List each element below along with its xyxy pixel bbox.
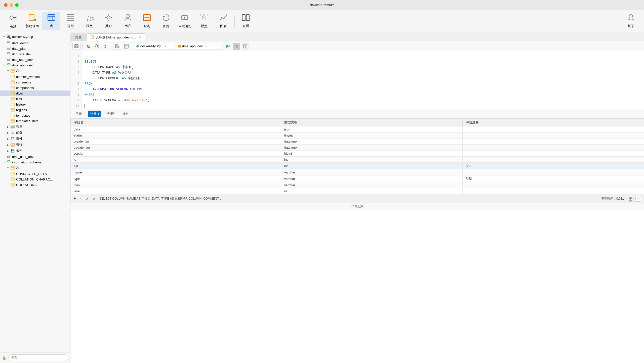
confirm-button[interactable]: ✓ xyxy=(86,197,89,201)
col-header-field[interactable]: 字段名 xyxy=(71,119,281,126)
col-header-comment[interactable]: 字段注释 xyxy=(462,119,644,126)
toolbar-function[interactable]: ƒ(x) 函数 xyxy=(80,12,99,30)
tab-query-label: 无标题@dms_app_dev (d... xyxy=(96,35,136,40)
sidebar-item-regions[interactable]: regions xyxy=(0,107,70,113)
query-group-icon xyxy=(10,143,15,147)
toolbar-user[interactable]: 用户 xyxy=(119,12,137,30)
sidebar-item-dicts[interactable]: dicts xyxy=(0,90,70,96)
toolbar-connect[interactable]: 连接 xyxy=(4,12,22,30)
qt-separator-1 xyxy=(83,43,83,49)
expand-arrow-docker-mysql[interactable]: ▼ xyxy=(2,35,6,38)
sidebar-item-backup-group[interactable]: ▶ 💾 备份 xyxy=(0,148,70,154)
sidebar-item-docker-mysql[interactable]: ▼ 🔌 docker-MySQL xyxy=(0,33,70,40)
sidebar-item-alembic-version[interactable]: alembic_version xyxy=(0,74,70,79)
toolbar-new-query[interactable]: 新建查询 xyxy=(23,12,41,30)
run-button[interactable] xyxy=(223,43,232,50)
col-header-type[interactable]: 数据类型 xyxy=(281,119,462,126)
rtab-status[interactable]: 状态 xyxy=(120,111,131,117)
svg-rect-53 xyxy=(11,75,14,78)
multi-run-button[interactable] xyxy=(242,43,249,50)
sidebar-item-character-sets[interactable]: CHARACTER_SETS xyxy=(0,171,70,176)
svg-rect-86 xyxy=(11,183,14,186)
expand-arrow-info-table[interactable]: ▼ xyxy=(6,167,10,169)
sidebar-item-information-schema[interactable]: ▼ information_schema xyxy=(0,159,70,165)
sidebar-label-history: history xyxy=(16,103,26,106)
svg-rect-15 xyxy=(67,15,74,21)
toolbar-view-layout[interactable]: 查看 xyxy=(237,12,255,30)
toolbar-query[interactable]: 查询 xyxy=(138,12,156,30)
toolbar-chart[interactable]: 图表 xyxy=(214,12,232,30)
rtab-result1[interactable]: 结果 1 xyxy=(88,111,101,117)
table-row: status tinyint xyxy=(71,132,644,139)
toolbar-other-label: 其它 xyxy=(105,24,112,28)
delete-record-button[interactable]: - xyxy=(80,196,82,201)
expand-arrow-view-group[interactable]: ▶ xyxy=(6,125,10,128)
code-editor[interactable]: 1 2 3 4 5 6 7 8 9 10 SELECT COLUMN_NAME … xyxy=(70,51,644,109)
find-replace-button[interactable] xyxy=(93,43,100,50)
sidebar-item-templates-data[interactable]: templates_data xyxy=(0,118,70,124)
sidebar-item-query-group[interactable]: ▶ 查询 xyxy=(0,142,70,148)
sidebar-item-history[interactable]: history xyxy=(0,102,70,107)
sidebar-item-flies[interactable]: flies xyxy=(0,96,70,102)
stop-button[interactable] xyxy=(233,43,240,50)
sidebar-item-dcp-site-dev[interactable]: dcp_site_dev xyxy=(0,51,70,57)
rtab-profile[interactable]: 剖析 xyxy=(105,111,116,117)
expand-arrow-dms-app-dev[interactable]: ▼ xyxy=(2,64,6,67)
sidebar-item-dcp-user-dev[interactable]: dcp_user_dev xyxy=(0,57,70,62)
sidebar-item-func-group[interactable]: ▶ fx 函数 xyxy=(0,130,70,136)
code-content[interactable]: SELECT COLUMN_NAME AS 字段名, DATA_TYPE AS … xyxy=(82,51,644,109)
expand-arrow-query-group[interactable]: ▶ xyxy=(6,144,10,146)
toolbar-autorun[interactable]: 自动运行 xyxy=(176,12,194,30)
sidebar-item-info-table-group[interactable]: ▼ 表 xyxy=(0,165,70,171)
toolbar-model[interactable]: 模型 xyxy=(195,12,213,30)
svg-rect-42 xyxy=(242,15,245,21)
format-button[interactable]: T xyxy=(85,43,92,50)
backup-group-icon: 💾 xyxy=(10,149,15,153)
toolbar-view[interactable]: 视图 xyxy=(61,12,79,30)
insert-file-button[interactable] xyxy=(113,43,121,50)
sidebar-item-dms-app-dev[interactable]: ▼ dms_app_dev xyxy=(0,62,70,68)
close-button[interactable] xyxy=(4,3,8,7)
lock-icon[interactable]: 🔒 xyxy=(2,356,6,360)
table-view-button[interactable] xyxy=(123,43,130,50)
rtab-info[interactable]: 信息 xyxy=(73,111,84,117)
minimize-button[interactable] xyxy=(10,3,13,7)
grid-view-icon[interactable] xyxy=(628,196,633,202)
sidebar-item-view-group[interactable]: ▶ 视图 xyxy=(0,124,70,130)
sidebar-item-collation-charac[interactable]: COLLATION_CHARAC... xyxy=(0,176,70,182)
sidebar-item-components[interactable]: components xyxy=(0,85,70,90)
table-icon-flies xyxy=(10,97,15,101)
database-selector[interactable]: dms_app_dev ▼ xyxy=(176,43,221,50)
maximize-button[interactable] xyxy=(15,3,19,7)
toolbar-table[interactable]: 表 xyxy=(42,12,60,30)
expand-arrow-info-schema[interactable]: ▼ xyxy=(2,161,6,164)
sidebar-item-templates[interactable]: templates xyxy=(0,113,70,118)
sidebar-item-data-plat[interactable]: data_plat xyxy=(0,46,70,51)
table-row: type varchar 类型 xyxy=(71,175,644,182)
toolbar-model-label: 模型 xyxy=(201,24,208,28)
sidebar-item-collations[interactable]: COLLATIONS xyxy=(0,182,70,188)
sidebar-item-event-group[interactable]: ▶ ⏰ 事件 xyxy=(0,136,70,142)
toolbar-other[interactable]: 其它 xyxy=(100,12,118,30)
tab-close-icon[interactable]: ✕ xyxy=(139,36,141,39)
expand-arrow-func-group[interactable]: ▶ xyxy=(6,131,10,134)
expand-arrow-table-group[interactable]: ▼ xyxy=(6,70,10,72)
tab-query[interactable]: 无标题@dms_app_dev (d... ✕ xyxy=(87,33,145,41)
expand-arrow-backup-group[interactable]: ▶ xyxy=(6,150,10,152)
save-button[interactable] xyxy=(72,43,80,50)
add-record-button[interactable]: + xyxy=(73,196,76,201)
sidebar-item-table-group[interactable]: ▼ 表 xyxy=(0,68,70,74)
sidebar-item-data-demo[interactable]: data_demo xyxy=(0,40,70,46)
connection-selector[interactable]: docker-MySQL ▼ xyxy=(134,43,174,50)
toolbar-backup[interactable]: 备份 xyxy=(157,12,175,30)
sidebar-item-comments[interactable]: comments xyxy=(0,79,70,85)
database-icon-data-plat xyxy=(6,47,11,51)
cancel-edit-button[interactable]: ✕ xyxy=(93,197,96,201)
expand-arrow-event-group[interactable]: ▶ xyxy=(6,138,10,140)
bracket-button[interactable]: () xyxy=(102,43,109,50)
tab-objects[interactable]: 对象 xyxy=(71,33,86,41)
toolbar-login[interactable]: 登录 xyxy=(622,12,640,30)
sidebar-search-input[interactable] xyxy=(8,354,68,361)
list-view-icon[interactable] xyxy=(635,196,641,202)
sidebar-item-dms-user-dev[interactable]: dms_user_dev xyxy=(0,154,70,159)
